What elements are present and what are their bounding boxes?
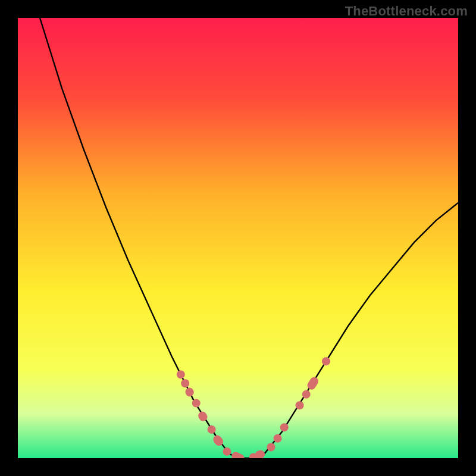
data-point	[267, 443, 275, 452]
data-point	[223, 447, 231, 456]
data-point	[208, 425, 216, 434]
chart-container: TheBottleneck.com	[0, 0, 476, 476]
data-point	[322, 357, 330, 365]
data-point	[296, 401, 304, 409]
gradient-background	[18, 18, 458, 458]
data-point	[192, 399, 201, 408]
watermark-text: TheBottleneck.com	[345, 4, 468, 19]
data-point	[181, 379, 189, 387]
data-point	[302, 390, 311, 399]
plot-area	[18, 18, 458, 458]
data-point	[274, 434, 282, 443]
chart-svg	[18, 18, 458, 458]
data-point	[280, 423, 289, 431]
data-point	[177, 370, 185, 378]
